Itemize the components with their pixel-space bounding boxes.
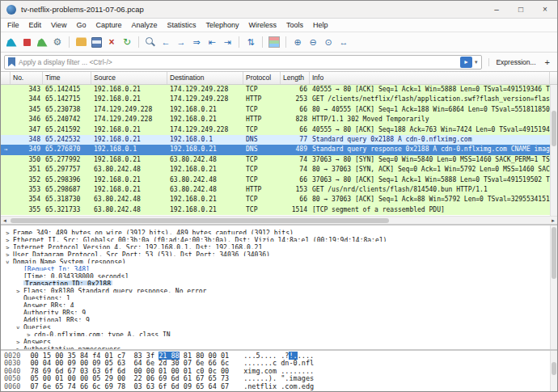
scrollbar-thumb[interactable]: [552, 227, 556, 279]
packet-row-343[interactable]: 34365.142415192.168.0.21174.129.249.228T…: [1, 85, 550, 95]
detail-line[interactable]: Answer RRs: 4: [2, 300, 557, 307]
packet-details-pane: >Frame 349: 489 bytes on wire (3912 bits…: [1, 226, 557, 349]
menu-view[interactable]: View: [46, 19, 71, 31]
detail-line[interactable]: >Answers: [2, 336, 557, 344]
detail-line[interactable]: Authority RRs: 9: [2, 307, 557, 314]
scrollbar-thumb[interactable]: [552, 111, 556, 146]
last-packet-icon[interactable]: ⇥: [221, 36, 234, 48]
menu-file[interactable]: File: [2, 19, 24, 31]
packet-row-344[interactable]: 34465.142715192.168.0.21174.129.249.228H…: [1, 95, 550, 104]
minimize-button[interactable]: –: [484, 1, 509, 18]
menu-edit[interactable]: Edit: [24, 19, 47, 31]
column-header-length[interactable]: Length: [281, 72, 310, 84]
cell-src: 63.80.242.48: [91, 195, 167, 204]
column-header-protocol[interactable]: Protocol: [243, 72, 281, 84]
zoom-out-icon[interactable]: ⊖: [306, 36, 319, 48]
hex-line[interactable]: 006007 6e 65 74 66 6c 69 78 03 63 6f 6d …: [4, 383, 557, 390]
resize-columns-icon[interactable]: ↔: [337, 36, 350, 48]
cell-len: 74: [281, 155, 310, 165]
zoom-100-icon[interactable]: ⊙: [322, 36, 335, 48]
zoom-in-icon[interactable]: ⊕: [291, 36, 304, 48]
save-file-icon[interactable]: [90, 36, 103, 48]
scroll-right-icon[interactable]: ►: [549, 218, 557, 223]
packet-row-349[interactable]: →34965.276870192.168.0.1192.168.0.21DNS4…: [1, 145, 550, 154]
reload-icon[interactable]: ↻: [120, 36, 133, 48]
details-vscrollbar[interactable]: [550, 226, 557, 349]
scrollbar-thumb[interactable]: [11, 218, 389, 223]
menu-wireless[interactable]: Wireless: [244, 19, 282, 31]
cell-marker: [1, 85, 11, 95]
packet-row-350[interactable]: 35065.277992192.168.0.2163.80.242.48TCP7…: [1, 155, 550, 165]
packet-row-348[interactable]: 34865.242532192.168.0.21192.168.0.1DNS77…: [1, 135, 550, 145]
detail-line[interactable]: >User Datagram Protocol, Src Port: 53 (5…: [2, 249, 557, 256]
capture-options-icon[interactable]: ⚙: [51, 36, 64, 48]
stop-capture-icon[interactable]: [20, 36, 33, 48]
menu-telephony[interactable]: Telephony: [201, 19, 243, 31]
close-button[interactable]: ×: [533, 1, 557, 18]
menu-go[interactable]: Go: [71, 19, 91, 31]
hex-vscrollbar[interactable]: [550, 351, 557, 391]
menu-statistics[interactable]: Statistics: [162, 19, 201, 31]
detail-line[interactable]: >Authoritative nameservers: [2, 344, 557, 349]
detail-text: Authoritative nameservers: [23, 346, 120, 349]
scrollbar-thumb[interactable]: [552, 362, 556, 375]
filter-dropdown-icon[interactable]: ▾: [472, 59, 480, 65]
detail-line[interactable]: Questions: 1: [2, 293, 557, 300]
first-packet-icon[interactable]: ⇤: [205, 36, 218, 48]
detail-line[interactable]: >Frame 349: 489 bytes on wire (3912 bits…: [2, 227, 557, 234]
go-to-packet-icon[interactable]: ⇒: [190, 36, 203, 48]
packet-row-345[interactable]: 34565.230738174.129.249.228192.168.0.21T…: [1, 105, 550, 115]
packet-list-hscrollbar[interactable]: ◄ ►: [1, 216, 557, 224]
collapse-icon[interactable]: ∨: [6, 259, 13, 263]
column-header-time[interactable]: Time: [43, 72, 91, 84]
scroll-left-icon[interactable]: ◄: [1, 218, 9, 223]
menu-analyze[interactable]: Analyze: [126, 19, 162, 31]
column-header-info[interactable]: Info: [310, 72, 550, 84]
column-header-destination[interactable]: Destination: [167, 72, 243, 84]
menu-help[interactable]: Help: [308, 19, 333, 31]
packet-row-354[interactable]: 35465.31873063.80.242.48192.168.0.21TCP6…: [1, 195, 550, 204]
expression-button[interactable]: Expression...: [488, 58, 535, 66]
packet-row-355[interactable]: 35565.32173363.80.242.48192.168.0.21TCP1…: [1, 205, 550, 215]
expand-icon[interactable]: >: [16, 346, 23, 349]
detail-line[interactable]: >Internet Protocol Version 4, Src: 192.1…: [2, 242, 557, 249]
restart-capture-icon[interactable]: [36, 36, 49, 48]
filter-bookmark-icon[interactable]: [8, 57, 15, 67]
cell-no: 353: [11, 185, 43, 195]
packet-row-346[interactable]: 34665.240742174.129.249.228192.168.0.21H…: [1, 115, 550, 124]
open-file-icon[interactable]: [74, 36, 87, 48]
add-filter-button[interactable]: +: [541, 57, 554, 67]
filter-input[interactable]: [19, 58, 460, 66]
packet-list-rows-wrap: 34365.142415192.168.0.21174.129.249.228T…: [1, 85, 557, 216]
column-header-marker: [1, 72, 11, 84]
detail-line[interactable]: >Flags: 0x8180 Standard query response, …: [2, 285, 557, 293]
detail-line[interactable]: Transaction ID: 0x2188: [2, 278, 557, 285]
column-header-source[interactable]: Source: [91, 72, 167, 84]
packet-row-352[interactable]: 35265.298396192.168.0.2163.80.242.48TCP6…: [1, 175, 550, 185]
detail-line[interactable]: [Time: 0.034338000 seconds]: [2, 271, 557, 278]
detail-line[interactable]: >Ethernet II, Src: Globalsc_00:3b:0a (f0…: [2, 234, 557, 242]
detail-line[interactable]: >cdn-0.nflximg.com: type A, class IN: [2, 329, 557, 336]
colorize-icon[interactable]: [268, 36, 281, 48]
collapse-icon[interactable]: ∨: [16, 324, 23, 329]
go-forward-icon[interactable]: →: [175, 36, 188, 48]
start-capture-icon[interactable]: [5, 36, 18, 48]
menu-capture[interactable]: Capture: [91, 19, 126, 31]
close-file-icon[interactable]: ×: [105, 36, 118, 48]
filter-apply-icon[interactable]: ►: [460, 57, 472, 68]
detail-line[interactable]: [Request In: 348]: [2, 263, 557, 271]
column-header-no[interactable]: No.: [11, 72, 43, 84]
packet-list-vscrollbar[interactable]: [550, 85, 557, 216]
cell-no: 351: [11, 165, 43, 175]
packet-row-353[interactable]: 35365.298687192.168.0.2163.80.242.48HTTP…: [1, 185, 550, 195]
find-packet-icon[interactable]: [144, 36, 157, 48]
go-back-icon[interactable]: ←: [159, 36, 172, 48]
detail-line[interactable]: Additional RRs: 9: [2, 314, 557, 322]
packet-row-351[interactable]: 35165.29775763.80.242.48192.168.0.21TCP7…: [1, 165, 550, 175]
menu-tools[interactable]: Tools: [281, 19, 308, 31]
detail-line[interactable]: ∨Domain Name System (response): [2, 256, 557, 263]
auto-scroll-icon[interactable]: ⇅: [244, 36, 257, 48]
packet-row-347[interactable]: 34765.241592192.168.0.21174.129.249.228T…: [1, 125, 550, 135]
detail-line[interactable]: ∨Queries: [2, 322, 557, 329]
maximize-button[interactable]: □: [509, 1, 533, 18]
